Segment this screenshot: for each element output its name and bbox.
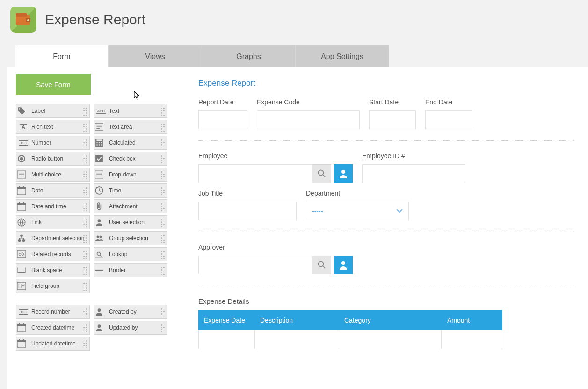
palette-item-label: Updated datetime [31, 340, 76, 347]
table-row[interactable] [198, 330, 502, 349]
palette-date[interactable]: Date [16, 183, 90, 198]
palette-text-area[interactable]: Text area [94, 120, 167, 134]
expense-details-table[interactable]: Expense Date Description Category Amount [198, 310, 502, 349]
palette-calculated[interactable]: Calculated [94, 136, 167, 150]
field-department[interactable]: Department ----- [306, 190, 409, 220]
palette-item-label: Text [109, 108, 119, 114]
palette-related-records[interactable]: Related records [16, 247, 90, 261]
employee-id-input[interactable] [362, 164, 465, 183]
palette-record-number[interactable]: 123Record number [16, 305, 90, 319]
approver-input[interactable] [198, 256, 312, 274]
svg-point-64 [318, 262, 323, 267]
field-approver[interactable]: Approver [198, 243, 353, 274]
palette-border[interactable]: Border [94, 263, 167, 277]
palette-lookup[interactable]: Lookup [94, 247, 167, 261]
svg-rect-16 [101, 144, 102, 145]
tab-settings[interactable]: App Settings [296, 45, 389, 67]
calendar-icon [19, 323, 28, 332]
palette-item-label: Field group [31, 283, 59, 289]
save-form-button[interactable]: Save Form [16, 74, 91, 95]
palette-drop-down[interactable]: Drop-down [94, 168, 167, 182]
tab-form[interactable]: Form [15, 45, 109, 67]
palette-blank-space[interactable]: Blank space [16, 263, 90, 277]
palette-item-label: Updated by [109, 324, 138, 331]
checkbox-icon [97, 154, 105, 163]
start-date-input[interactable] [369, 110, 416, 129]
separator [198, 140, 574, 141]
expense-code-input[interactable] [257, 110, 360, 129]
calendar-icon [19, 202, 28, 211]
employee-input[interactable] [198, 164, 312, 183]
palette-text[interactable]: ABCText [94, 104, 167, 118]
palette-attachment[interactable]: Attachment [94, 199, 167, 213]
palette-radio-button[interactable]: Radio button [16, 152, 90, 166]
svg-point-42 [97, 236, 99, 238]
number-icon: 123 [19, 308, 28, 316]
palette-multi-choice[interactable]: Multi-choice [16, 168, 90, 182]
svg-rect-50 [17, 282, 26, 290]
palette-updated-by[interactable]: Updated by [94, 321, 167, 335]
field-group-icon [19, 282, 28, 290]
palette-item-label: Link [31, 219, 42, 226]
field-start-date[interactable]: Start Date [369, 98, 416, 129]
tab-views[interactable]: Views [109, 45, 202, 67]
approver-search-button[interactable] [312, 256, 331, 274]
user-icon [97, 308, 105, 316]
field-end-date[interactable]: End Date [425, 98, 472, 129]
palette-item-label: User selection [109, 219, 145, 226]
cell-expense-date[interactable] [199, 330, 255, 349]
job-title-input[interactable] [198, 202, 297, 220]
palette-item-label: Border [109, 267, 126, 273]
palette-item-label: Rich text [31, 124, 53, 130]
palette-field-group[interactable]: Field group [16, 279, 90, 293]
wallet-icon [10, 7, 36, 33]
search-icon [317, 260, 327, 270]
svg-rect-1 [16, 13, 27, 17]
tab-graphs[interactable]: Graphs [202, 45, 296, 67]
palette-created-datetime[interactable]: Created datetime [16, 321, 90, 335]
palette-link[interactable]: Link [16, 215, 90, 229]
palette-department-selection[interactable]: Department selection [16, 231, 90, 245]
palette-item-label: Lookup [109, 251, 127, 257]
field-label: Employee ID # [362, 152, 465, 160]
cell-description[interactable] [255, 330, 339, 349]
tabs: Form Views Graphs App Settings [15, 45, 588, 67]
report-date-input[interactable] [198, 110, 247, 129]
end-date-input[interactable] [425, 110, 472, 129]
cell-category[interactable] [339, 330, 442, 349]
palette-number[interactable]: 123Number [16, 136, 90, 150]
palette-check-box[interactable]: Check box [94, 152, 167, 166]
palette-time[interactable]: Time [94, 183, 167, 198]
palette-group-selection[interactable]: Group selection [94, 231, 167, 245]
field-job-title[interactable]: Job Title [198, 190, 297, 220]
palette-created-by[interactable]: Created by [94, 305, 167, 319]
user-icon [338, 260, 348, 270]
svg-rect-11 [96, 142, 97, 143]
palette-user-selection[interactable]: User selection [94, 215, 167, 229]
employee-search-button[interactable] [312, 164, 331, 183]
palette-item-label: Date and time [31, 203, 66, 210]
cell-amount[interactable] [442, 330, 502, 349]
sidebar: Save Form Label ABCText ARich text Text … [16, 74, 184, 389]
palette-updated-datetime[interactable]: Updated datetime [16, 337, 90, 351]
field-report-date[interactable]: Report Date [198, 98, 247, 129]
palette-date-time[interactable]: Date and time [16, 199, 90, 213]
svg-point-38 [98, 219, 101, 222]
field-label: Department [306, 190, 409, 197]
svg-rect-46 [95, 250, 103, 257]
palette-item-label: Drop-down [109, 171, 137, 178]
field-employee[interactable]: Employee [198, 152, 353, 183]
field-label: Expense Code [257, 98, 360, 106]
employee-user-button[interactable] [334, 164, 353, 183]
department-dropdown[interactable]: ----- [306, 202, 409, 220]
field-employee-id[interactable]: Employee ID # [362, 152, 465, 183]
svg-point-51 [98, 308, 101, 312]
palette-item-label: Radio button [31, 155, 63, 162]
palette-label[interactable]: Label [16, 104, 90, 118]
svg-point-45 [19, 253, 21, 256]
field-expense-code[interactable]: Expense Code [257, 98, 360, 129]
palette-rich-text[interactable]: ARich text [16, 120, 90, 134]
approver-user-button[interactable] [334, 256, 353, 274]
tag-icon [19, 107, 28, 115]
search-icon [317, 169, 327, 178]
